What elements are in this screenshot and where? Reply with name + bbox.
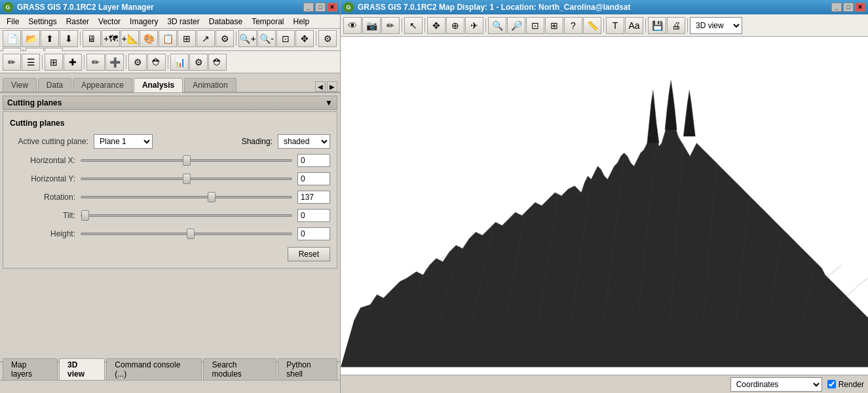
tool2-chart[interactable]: 📊	[170, 54, 189, 71]
reset-button[interactable]: Reset	[288, 247, 330, 261]
tool2-new[interactable]: ✏	[3, 54, 21, 71]
rt-eraser[interactable]: ✏	[381, 17, 400, 34]
tool-add-vector[interactable]: +📐	[121, 30, 139, 47]
tool2-ring[interactable]: ⛑	[208, 54, 227, 71]
height-label: Height:	[10, 229, 75, 238]
tilt-slider[interactable]	[81, 209, 292, 222]
bottom-tab-maplayers[interactable]: Map layers	[3, 358, 58, 380]
tilt-input[interactable]	[297, 209, 330, 222]
horiz-y-row: Horizontal Y:	[10, 172, 330, 185]
render-checkbox[interactable]	[827, 380, 836, 388]
tool2-table[interactable]: ⊞	[45, 54, 63, 71]
tool2-help[interactable]: ⛑	[147, 54, 166, 71]
minimize-button[interactable]: _	[303, 3, 314, 12]
tool-new[interactable]: 📄	[3, 30, 21, 47]
rt-sep5	[645, 18, 646, 33]
tool-zoom-region[interactable]: ⊡	[276, 30, 295, 47]
rt-cam[interactable]: 📷	[362, 17, 381, 34]
view-mode-select[interactable]: 3D view	[690, 17, 742, 34]
horiz-x-slider[interactable]	[81, 154, 292, 167]
tool-zoom-out[interactable]: 🔍-	[257, 30, 276, 47]
tool2-list[interactable]: ☰	[22, 54, 40, 71]
close-button[interactable]: ✕	[327, 3, 337, 12]
rt-eye[interactable]: 👁	[343, 17, 362, 34]
height-input[interactable]	[297, 227, 330, 240]
cutting-planes-panel: Cutting planes Active cutting plane: Pla…	[3, 111, 337, 269]
horiz-y-input[interactable]	[297, 172, 330, 185]
tool-download[interactable]: ⬇	[60, 30, 78, 47]
rt-text[interactable]: T	[606, 17, 624, 34]
shading-select[interactable]: shaded	[278, 134, 330, 149]
rt-zoomregion[interactable]: ⊡	[526, 17, 544, 34]
bottom-tab-console[interactable]: Command console (...)	[106, 358, 202, 380]
tab-analysis[interactable]: Analysis	[134, 78, 183, 92]
tab-prev[interactable]: ◀	[315, 81, 326, 92]
height-thumb[interactable]	[187, 229, 195, 239]
rt-pan[interactable]: ⊞	[545, 17, 563, 34]
horiz-x-input[interactable]	[297, 154, 330, 167]
collapse-icon[interactable]: ▼	[325, 98, 333, 107]
tab-appearance[interactable]: Appearance	[73, 78, 132, 92]
bottom-tab-search[interactable]: Search modules	[203, 358, 276, 380]
right-minimize-button[interactable]: _	[831, 3, 842, 12]
tool-add-raster[interactable]: +🗺	[102, 30, 120, 47]
height-slider[interactable]	[81, 227, 292, 240]
tilt-thumb[interactable]	[81, 210, 89, 221]
tool-gear[interactable]: ⚙	[318, 30, 337, 47]
rt-fly[interactable]: ✈	[465, 17, 483, 34]
menu-file[interactable]: File	[3, 16, 23, 27]
rt-save[interactable]: 💾	[648, 17, 666, 34]
menu-database[interactable]: Database	[205, 16, 246, 27]
tool-overlay[interactable]: ⊞	[178, 30, 196, 47]
tool2-add[interactable]: ➕	[105, 54, 124, 71]
menu-temporal[interactable]: Temporal	[248, 16, 288, 27]
tool-add-rgb[interactable]: 🎨	[140, 30, 158, 47]
menu-help[interactable]: Help	[290, 16, 314, 27]
right-close-button[interactable]: ✕	[855, 3, 865, 12]
menu-raster[interactable]: Raster	[62, 16, 93, 27]
active-plane-select[interactable]: Plane 1	[94, 134, 153, 149]
menu-vector[interactable]: Vector	[94, 16, 124, 27]
horiz-y-slider[interactable]	[81, 172, 292, 185]
tool2-cog[interactable]: ⚙	[128, 54, 147, 71]
rotation-input[interactable]	[297, 191, 330, 204]
horiz-x-thumb[interactable]	[183, 155, 191, 166]
menu-imagery[interactable]: Imagery	[126, 16, 162, 27]
tab-view[interactable]: View	[3, 78, 37, 92]
tool-add-arrow[interactable]: ↗	[197, 30, 215, 47]
left-title-bar-left: G GRASS GIS 7.0.1RC2 Layer Manager	[3, 2, 154, 12]
tool2-edit[interactable]: ✏	[86, 54, 105, 71]
rotation-thumb[interactable]	[208, 192, 216, 202]
tool-pan[interactable]: ✥	[295, 30, 314, 47]
right-maximize-button[interactable]: □	[843, 3, 854, 12]
rt-query[interactable]: ?	[564, 17, 582, 34]
tool-upload[interactable]: ⬆	[41, 30, 59, 47]
menu-3draster[interactable]: 3D raster	[163, 16, 203, 27]
tool-display[interactable]: 🖥	[83, 30, 101, 47]
rt-measure[interactable]: 📏	[583, 17, 601, 34]
horiz-y-thumb[interactable]	[183, 174, 191, 184]
reset-row: Reset	[10, 247, 330, 261]
rt-textsize[interactable]: Aa	[625, 17, 643, 34]
tool-open[interactable]: 📂	[22, 30, 40, 47]
tool-add-legend[interactable]: 📋	[159, 30, 177, 47]
menu-settings[interactable]: Settings	[24, 16, 60, 27]
rt-zoomin[interactable]: 🔍	[488, 17, 506, 34]
tool2-cross[interactable]: ✚	[64, 54, 82, 71]
rt-rotate[interactable]: ⊕	[446, 17, 464, 34]
bottom-tab-python[interactable]: Python shell	[278, 358, 337, 380]
coordinates-select[interactable]: Coordinates	[730, 377, 822, 392]
rt-print[interactable]: 🖨	[667, 17, 685, 34]
tool-settings2[interactable]: ⚙	[216, 30, 234, 47]
bottom-tab-3dview[interactable]: 3D view	[59, 358, 105, 380]
rt-zoomout[interactable]: 🔎	[507, 17, 525, 34]
maximize-button[interactable]: □	[315, 3, 326, 12]
tool-zoom-in[interactable]: 🔍+	[238, 30, 257, 47]
rt-pointer[interactable]: ↖	[404, 17, 423, 34]
rotation-slider[interactable]	[81, 191, 292, 204]
tab-data[interactable]: Data	[38, 78, 71, 92]
tab-next[interactable]: ▶	[327, 81, 337, 92]
rt-move[interactable]: ✥	[427, 17, 445, 34]
tab-animation[interactable]: Animation	[184, 78, 236, 92]
tool2-cog2[interactable]: ⚙	[189, 54, 208, 71]
